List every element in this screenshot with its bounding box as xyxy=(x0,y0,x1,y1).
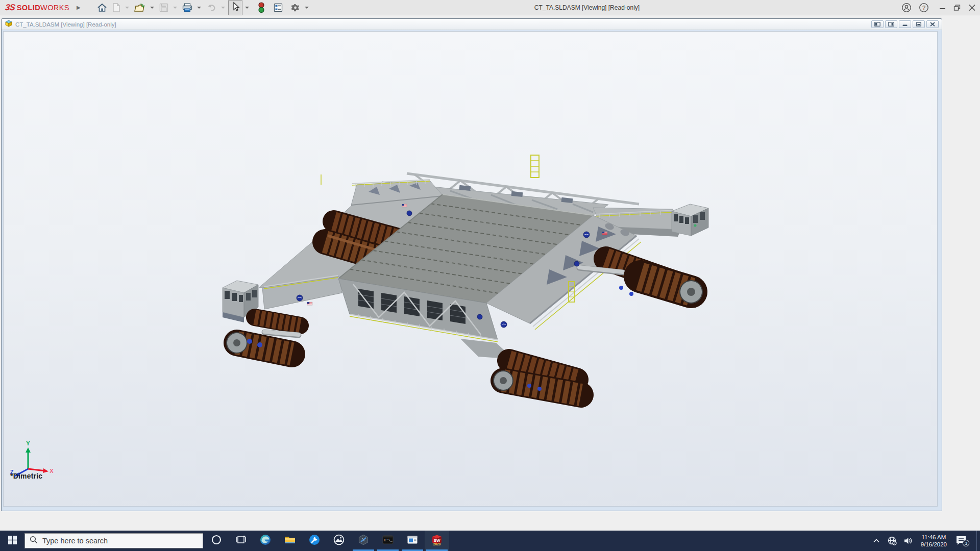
new-document-button[interactable] xyxy=(110,2,122,14)
solidworks-2020-icon: SW2020 xyxy=(430,533,444,548)
taskbar-app-file-explorer[interactable] xyxy=(278,531,302,551)
bottom-track-unit xyxy=(460,339,581,395)
cortana-icon xyxy=(211,534,222,547)
titlebar-right-controls: ? xyxy=(901,0,976,15)
display-settings-button[interactable] xyxy=(272,2,285,14)
doc-restore-button[interactable] xyxy=(913,20,925,28)
us-flag-decal-right xyxy=(602,232,607,235)
triad-x-label: X xyxy=(50,468,54,474)
edge-icon xyxy=(259,534,272,548)
doc-pane-right-button[interactable] xyxy=(885,20,897,28)
new-document-dropdown[interactable] xyxy=(125,7,129,9)
home-button[interactable] xyxy=(95,2,109,14)
volume-icon[interactable] xyxy=(902,536,914,546)
new-document-icon xyxy=(112,3,121,13)
right-operator-cab xyxy=(672,204,708,236)
document-frame: Y X Z *Dimetric xyxy=(2,30,942,511)
document-window: CT_TA.SLDASM [Viewing] [Read-only] xyxy=(1,18,942,511)
start-button[interactable] xyxy=(0,531,24,551)
us-flag-decal-rear xyxy=(402,204,407,207)
taskbar-app-command-prompt[interactable]: C:\_ xyxy=(376,531,400,551)
account-icon[interactable] xyxy=(901,3,912,13)
remote-window-icon xyxy=(406,534,419,548)
quick-toolbar xyxy=(95,0,311,15)
taskbar-apps: C:\_ SW2020 xyxy=(204,531,449,551)
display-pane-icon xyxy=(273,3,283,13)
assembly-icon xyxy=(5,19,13,29)
taskbar-app-photos[interactable] xyxy=(327,531,351,551)
undo-icon xyxy=(206,3,217,13)
file-explorer-icon xyxy=(284,534,296,548)
select-cursor-icon xyxy=(231,2,240,14)
orientation-triad: Y X Z xyxy=(8,427,59,478)
network-globe-offline-icon[interactable] xyxy=(886,536,898,546)
windows-taskbar: C:\_ SW2020 11:46 AM 9/16/2020 xyxy=(0,531,980,551)
document-titlebar[interactable]: CT_TA.SLDASM [Viewing] [Read-only] xyxy=(2,19,942,30)
dassault-mark: 3S xyxy=(5,3,15,13)
undo-button[interactable] xyxy=(204,2,218,14)
search-input[interactable] xyxy=(42,537,180,545)
search-icon xyxy=(30,536,38,546)
taskbar-app-settings-tool[interactable] xyxy=(302,531,327,551)
save-button[interactable] xyxy=(157,2,170,14)
taskbar-app-hexagon[interactable] xyxy=(351,531,376,551)
document-window-buttons xyxy=(871,20,939,28)
graphics-viewport[interactable]: Y X Z *Dimetric xyxy=(3,31,938,507)
select-tool-button[interactable] xyxy=(228,0,242,15)
taskbar-app-task-view[interactable] xyxy=(229,531,253,551)
taskbar-app-solidworks[interactable]: SW2020 xyxy=(425,531,449,551)
print-icon xyxy=(182,3,193,13)
stoplight-button[interactable] xyxy=(256,1,266,14)
svg-text:2020: 2020 xyxy=(433,542,441,546)
brand-solid: SOLID xyxy=(17,4,40,12)
open-button[interactable] xyxy=(132,2,148,14)
print-dropdown[interactable] xyxy=(197,7,201,9)
notification-center-button[interactable]: 3 xyxy=(953,534,971,547)
print-button[interactable] xyxy=(180,2,194,14)
photos-icon xyxy=(333,534,345,548)
taskbar-app-edge[interactable] xyxy=(253,531,278,551)
right-track-unit xyxy=(579,259,702,303)
taskbar-search-box[interactable] xyxy=(24,533,203,548)
document-title: CT_TA.SLDASM [Viewing] [Read-only] xyxy=(15,21,871,28)
desktop: 3S SOLIDWORKS ▶ xyxy=(0,0,980,551)
taskbar-clock[interactable]: 11:46 AM 9/16/2020 xyxy=(918,534,950,548)
taskbar-app-remote-window[interactable] xyxy=(400,531,425,551)
options-button[interactable] xyxy=(289,2,302,14)
task-view-icon xyxy=(235,534,247,547)
undo-dropdown[interactable] xyxy=(221,7,225,9)
system-tray: 11:46 AM 9/16/2020 3 xyxy=(870,531,980,551)
save-icon xyxy=(159,3,169,13)
show-desktop-button[interactable] xyxy=(976,531,979,551)
window-title: CT_TA.SLDASM [Viewing] [Read-only] xyxy=(534,0,640,15)
options-dropdown[interactable] xyxy=(305,7,309,9)
doc-pane-left-button[interactable] xyxy=(871,20,884,28)
app-titlebar: 3S SOLIDWORKS ▶ xyxy=(0,0,980,15)
help-icon[interactable]: ? xyxy=(919,3,929,13)
solidworks-logo: 3S SOLIDWORKS ▶ xyxy=(5,3,81,13)
stoplight-icon xyxy=(258,2,265,13)
doc-minimize-button[interactable] xyxy=(899,20,911,28)
clock-time: 11:46 AM xyxy=(921,534,947,541)
wrench-circle-icon xyxy=(308,534,321,548)
taskbar-app-cortana[interactable] xyxy=(204,531,229,551)
close-button[interactable] xyxy=(968,4,976,11)
restore-button[interactable] xyxy=(953,4,961,11)
brand-expand-arrow-icon[interactable]: ▶ xyxy=(77,5,81,10)
svg-text:C:\_: C:\_ xyxy=(384,538,393,542)
doc-close-button[interactable] xyxy=(926,20,939,28)
select-dropdown[interactable] xyxy=(245,7,249,9)
svg-text:?: ? xyxy=(922,5,925,11)
windows-logo-icon xyxy=(8,536,17,546)
notification-badge: 3 xyxy=(965,541,967,546)
save-dropdown[interactable] xyxy=(173,7,177,9)
open-dropdown[interactable] xyxy=(150,7,154,9)
front-left-track-unit xyxy=(227,317,300,354)
options-gear-icon xyxy=(290,3,301,13)
deck-top-mast xyxy=(321,155,539,185)
us-flag-decal xyxy=(307,302,312,306)
tray-chevron-up-icon[interactable] xyxy=(870,538,883,543)
minimize-button[interactable] xyxy=(939,4,946,11)
clock-date: 9/16/2020 xyxy=(921,541,947,548)
command-prompt-icon: C:\_ xyxy=(382,534,394,548)
